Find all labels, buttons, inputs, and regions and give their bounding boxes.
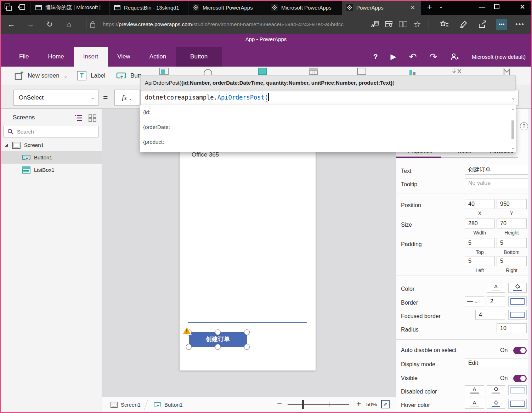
browser-tab-active[interactable]: PowerApps ✕ xyxy=(342,0,421,15)
selection-handle[interactable] xyxy=(215,344,221,350)
window-minimize-icon[interactable]: — xyxy=(474,0,490,15)
tree-item-button1[interactable]: Button1 xyxy=(0,151,102,164)
fill-color-button[interactable] xyxy=(508,283,527,293)
border-color-swatch[interactable] xyxy=(508,296,527,306)
suggestion-item[interactable]: {id: xyxy=(140,105,516,120)
zoom-in-icon[interactable]: + xyxy=(356,399,361,409)
listbox1-control[interactable]: Office 365 xyxy=(188,148,307,323)
focused-border-color-swatch[interactable] xyxy=(508,310,527,320)
menu-home[interactable]: Home xyxy=(38,47,73,67)
border-style-dropdown[interactable]: — ⌄ xyxy=(465,296,484,306)
extension-ellipsis-icon[interactable]: ••• xyxy=(492,15,511,34)
menu-action[interactable]: Action xyxy=(140,47,176,67)
thumbnail-view-icon[interactable] xyxy=(88,114,97,122)
zoom-out-icon[interactable]: − xyxy=(277,399,282,409)
selection-handle[interactable] xyxy=(244,329,250,335)
hover-border-color-swatch[interactable] xyxy=(508,399,527,409)
share-person-icon[interactable] xyxy=(450,52,459,61)
browser-tab-4[interactable]: Microsoft PowerApps xyxy=(267,0,346,15)
tree-item-screen1[interactable]: Screen1 xyxy=(0,139,102,151)
size-height-input[interactable]: 70 xyxy=(497,219,527,228)
play-preview-icon[interactable]: ▶ xyxy=(391,52,396,61)
scroll-down-icon[interactable]: ⌄ xyxy=(510,145,515,150)
panel-help-icon[interactable]: ? xyxy=(520,122,528,130)
menu-button-contextual[interactable]: Button xyxy=(176,47,222,67)
panel-scrollbar[interactable] xyxy=(528,109,531,412)
insert-label-button[interactable]: T Label xyxy=(77,67,106,85)
hover-fill-color-button[interactable] xyxy=(487,399,505,409)
url-field[interactable]: https://preview.create.powerapps.com/stu… xyxy=(103,15,344,34)
account-name[interactable]: Microsoft (new default) xyxy=(472,54,526,60)
disabled-font-color-button[interactable]: A xyxy=(465,385,484,395)
translate-icon[interactable]: a xyxy=(368,15,382,34)
property-selector[interactable]: OnSelect ⌄ xyxy=(13,90,98,106)
radius-input[interactable]: 10 xyxy=(497,323,527,333)
browser-tab-1[interactable]: 编辑你的流 | Microsoft | xyxy=(31,0,110,15)
scroll-up-icon[interactable]: ⌃ xyxy=(510,108,515,113)
suggestion-item[interactable]: {orderDate: xyxy=(140,120,516,135)
auto-disable-toggle[interactable] xyxy=(513,347,527,354)
padding-left-input[interactable]: 5 xyxy=(465,256,495,266)
hover-font-color-button[interactable]: A xyxy=(465,399,484,409)
tooltip-value-input[interactable]: No value xyxy=(465,178,532,188)
selection-handle[interactable] xyxy=(244,344,250,350)
new-tab-icon[interactable]: + xyxy=(424,1,436,13)
browser-tab-2[interactable]: RequestBin - 13sknqd1 xyxy=(110,0,188,15)
menu-file[interactable]: File xyxy=(10,47,38,67)
menu-insert[interactable]: Insert xyxy=(74,47,108,67)
fit-to-window-icon[interactable]: ⇗ xyxy=(381,400,390,408)
focused-border-weight-input[interactable]: 4 xyxy=(475,310,505,320)
help-icon[interactable]: ? xyxy=(373,52,378,61)
more-settings-icon[interactable]: ••• xyxy=(511,15,529,34)
scrollbar-thumb[interactable] xyxy=(511,120,514,139)
chevron-down-icon[interactable]: ⌄ xyxy=(512,90,515,105)
selection-handle[interactable] xyxy=(215,329,221,335)
new-screen-button[interactable]: New screen ⌄ xyxy=(14,67,68,85)
favorites-hub-icon[interactable] xyxy=(435,15,454,34)
tabs-set-aside-icon[interactable] xyxy=(17,3,26,12)
padding-top-input[interactable]: 5 xyxy=(465,238,495,248)
disabled-fill-color-button[interactable] xyxy=(487,385,505,395)
web-notes-icon[interactable] xyxy=(382,15,396,34)
statusbar-screen1[interactable]: Screen1 xyxy=(111,397,141,412)
warning-icon[interactable] xyxy=(182,326,192,335)
tree-view-icon[interactable] xyxy=(74,114,83,122)
undo-icon[interactable]: ↶ xyxy=(409,51,417,62)
dropdown-scrollbar[interactable]: ⌃ ⌄ xyxy=(510,106,515,152)
browser-tab-3[interactable]: Microsoft PowerApps xyxy=(188,0,267,15)
fx-selector[interactable]: fx ⌄ xyxy=(114,90,140,106)
statusbar-button1[interactable]: Button1 xyxy=(154,397,183,412)
screens-search-input[interactable]: Search xyxy=(4,126,98,137)
selection-handle[interactable] xyxy=(186,344,192,350)
redo-icon[interactable]: ↷ xyxy=(429,51,437,62)
visible-toggle[interactable] xyxy=(513,375,527,382)
expand-triangle-icon[interactable] xyxy=(5,143,8,147)
home-icon[interactable]: ⌂ xyxy=(62,15,76,34)
zoom-slider-track[interactable] xyxy=(288,404,349,405)
window-maximize-icon[interactable] xyxy=(494,4,499,9)
position-x-input[interactable]: 40 xyxy=(465,199,495,209)
zoom-slider-thumb[interactable] xyxy=(302,400,304,409)
padding-bottom-input[interactable]: 5 xyxy=(497,238,527,248)
display-mode-dropdown[interactable]: Edit ⌄ xyxy=(465,358,532,368)
refresh-icon[interactable]: ↻ xyxy=(43,15,57,34)
border-weight-input[interactable]: 2 xyxy=(487,296,505,306)
size-width-input[interactable]: 280 xyxy=(465,219,495,228)
formula-input[interactable]: dotnetcoreapisample.ApiOrdersPost( ⌄ xyxy=(140,90,519,106)
back-icon[interactable]: ← xyxy=(4,15,18,34)
favorite-star-icon[interactable]: ☆ xyxy=(410,15,424,34)
suggestion-item[interactable]: {quantity: xyxy=(140,149,516,152)
annotate-pen-icon[interactable] xyxy=(454,15,473,34)
tab-preview-icon[interactable] xyxy=(4,3,13,12)
text-value-input[interactable]: 创建订单 xyxy=(465,165,532,175)
padding-right-input[interactable]: 5 xyxy=(497,256,527,266)
tab-list-chevron-icon[interactable]: ⌄ xyxy=(438,3,443,10)
forward-icon[interactable]: → xyxy=(23,15,38,34)
close-tab-icon[interactable]: ✕ xyxy=(409,4,417,11)
share-icon[interactable] xyxy=(473,15,492,34)
suggestion-item[interactable]: {product: xyxy=(140,135,516,149)
font-color-button[interactable]: A xyxy=(487,283,505,293)
position-y-input[interactable]: 950 xyxy=(497,199,527,209)
disabled-border-color-swatch[interactable] xyxy=(508,385,527,395)
tree-item-listbox1[interactable]: ListBox1 xyxy=(0,164,102,176)
